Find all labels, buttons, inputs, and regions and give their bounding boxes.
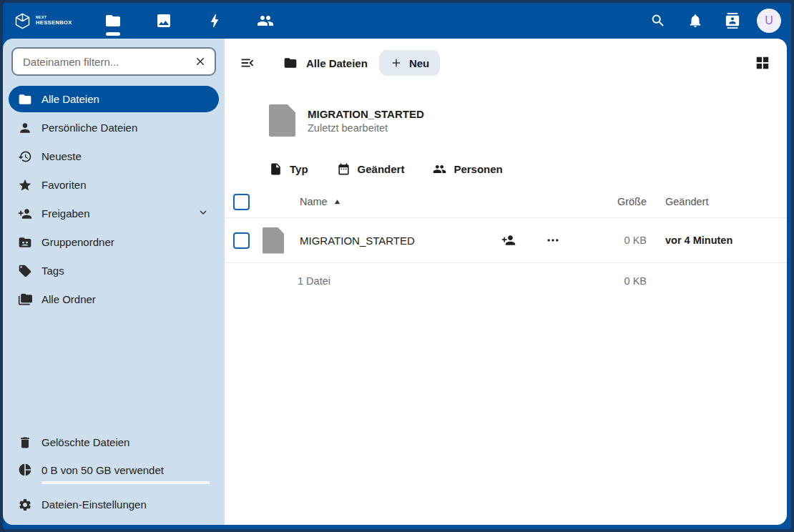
sidebar-item-neueste[interactable]: Neueste xyxy=(9,143,219,169)
search-icon xyxy=(650,13,666,29)
people-icon xyxy=(433,162,446,176)
breadcrumb[interactable]: Alle Dateien xyxy=(283,56,368,70)
sidebar-spacer xyxy=(9,312,219,429)
file-modified: vor 4 Minuten xyxy=(647,235,765,246)
active-app-indicator xyxy=(106,32,120,36)
modified-column-header[interactable]: Geändert xyxy=(647,196,765,207)
table-row[interactable]: MIGRATION_STARTED 0 KB vor 4 Minuten xyxy=(225,218,787,263)
name-column-header: Name xyxy=(300,196,328,207)
sidebar-item-label: Persönliche Dateien xyxy=(41,122,137,134)
sort-by-name-header[interactable]: Name xyxy=(300,196,341,207)
person-plus-icon xyxy=(501,233,516,247)
sidebar-item-persoenliche-dateien[interactable]: Persönliche Dateien xyxy=(9,114,219,141)
filter-chip-typ[interactable]: Typ xyxy=(269,162,308,176)
sidebar-item-alle-ordner[interactable]: Alle Ordner xyxy=(9,286,219,312)
notifications-button[interactable] xyxy=(682,8,708,34)
collapse-sidebar-button[interactable] xyxy=(233,49,262,77)
pie-chart-icon xyxy=(18,463,32,477)
select-all-checkbox[interactable] xyxy=(233,194,250,210)
recent-file-info: MIGRATION_STARTED Zuletzt bearbeitet xyxy=(308,108,424,134)
search-button[interactable] xyxy=(645,8,671,34)
logo-text: NEXT HESSENBOX xyxy=(36,16,72,25)
user-avatar[interactable]: U xyxy=(757,9,781,33)
sidebar-item-label: Alle Ordner xyxy=(41,293,96,305)
sidebar-item-favoriten[interactable]: Favoriten xyxy=(9,172,219,198)
share-button[interactable] xyxy=(498,230,519,251)
grid-view-toggle-button[interactable] xyxy=(748,49,777,77)
sidebar-item-label: Gruppenordner xyxy=(41,236,114,248)
file-count: 1 Datei xyxy=(233,275,330,287)
person-plus-icon xyxy=(18,207,32,221)
row-checkbox[interactable] xyxy=(233,232,250,249)
sidebar-item-label: Favoriten xyxy=(41,179,87,191)
file-table: Name Größe Geändert MIGRATION_STARTED xyxy=(225,186,787,299)
sidebar-item-dateien-einstellungen[interactable]: Dateien-Einstellungen xyxy=(9,491,219,518)
storage-quota[interactable]: 0 B von 50 GB verwendet xyxy=(9,458,219,489)
top-navbar: NEXT HESSENBOX xyxy=(3,3,791,39)
contacts-app-button[interactable] xyxy=(250,3,281,39)
sidebar-item-label: Freigaben xyxy=(41,207,90,220)
new-button-label: Neu xyxy=(409,57,429,69)
menu-open-icon xyxy=(240,55,255,71)
filter-chip-geaendert[interactable]: Geändert xyxy=(337,162,405,176)
files-app-button[interactable] xyxy=(97,3,129,39)
cube-logo-icon xyxy=(13,11,32,31)
photos-app-button[interactable] xyxy=(148,3,180,39)
sidebar-item-label: Tags xyxy=(41,265,64,277)
history-icon xyxy=(18,149,32,164)
row-actions xyxy=(498,230,564,251)
files-icon xyxy=(104,12,122,29)
file-icon xyxy=(269,104,295,137)
recent-file-name: MIGRATION_STARTED xyxy=(308,108,424,120)
sidebar-item-gruppenordner[interactable]: Gruppenordner xyxy=(9,229,219,255)
photos-icon xyxy=(155,12,172,29)
row-menu-button[interactable] xyxy=(542,230,564,251)
breadcrumb-label: Alle Dateien xyxy=(306,57,368,69)
sidebar-item-freigaben[interactable]: Freigaben xyxy=(9,200,219,227)
plus-icon xyxy=(390,56,403,69)
new-button[interactable]: Neu xyxy=(379,50,440,76)
filter-chip-label: Geändert xyxy=(358,163,405,175)
group-folder-icon xyxy=(18,235,32,250)
size-column-header[interactable]: Größe xyxy=(597,196,647,207)
clear-filter-button[interactable] xyxy=(190,51,210,72)
file-size: 0 KB xyxy=(597,235,647,246)
trash-icon xyxy=(18,435,32,450)
contacts-menu-button[interactable] xyxy=(720,8,745,34)
grid-view-icon xyxy=(755,55,770,71)
sort-ascending-icon xyxy=(333,198,341,206)
chevron-down-icon xyxy=(197,206,210,219)
main-header: Alle Dateien Neu xyxy=(225,39,787,80)
person-icon xyxy=(18,121,32,135)
sidebar-item-tags[interactable]: Tags xyxy=(9,257,219,284)
expand-freigaben-button[interactable] xyxy=(197,206,210,221)
recent-file-subtitle: Zuletzt bearbeitet xyxy=(308,122,424,134)
file-name[interactable]: MIGRATION_STARTED xyxy=(300,235,415,247)
topbar-right-actions: U xyxy=(645,8,791,34)
filename-filter-input[interactable] xyxy=(21,55,190,69)
hessenbox-logo[interactable]: NEXT HESSENBOX xyxy=(3,11,94,31)
table-header-row: Name Größe Geändert xyxy=(225,186,787,218)
files-main-panel: Alle Dateien Neu MIGRATION_STARTED Zulet… xyxy=(225,39,787,525)
sidebar-item-label: Alle Dateien xyxy=(41,93,99,105)
total-size: 0 KB xyxy=(597,275,647,287)
file-icon xyxy=(269,162,283,176)
sidebar-footer: Gelöschte Dateien 0 B von 50 GB verwende… xyxy=(9,429,219,518)
folder-icon xyxy=(283,56,298,70)
recent-file-card[interactable]: MIGRATION_STARTED Zuletzt bearbeitet xyxy=(269,104,787,137)
app-window: NEXT HESSENBOX xyxy=(3,3,791,529)
contacts-book-icon xyxy=(725,13,740,29)
close-icon xyxy=(194,55,207,68)
ellipsis-icon xyxy=(546,233,560,247)
filter-chip-personen[interactable]: Personen xyxy=(433,162,502,176)
sidebar-item-alle-dateien[interactable]: Alle Dateien xyxy=(9,86,219,112)
tag-icon xyxy=(18,264,32,278)
activity-app-button[interactable] xyxy=(199,3,230,39)
filter-chip-label: Personen xyxy=(454,163,502,175)
table-summary-row: 1 Datei 0 KB xyxy=(225,263,787,299)
file-icon xyxy=(263,227,284,254)
sidebar-item-label: Dateien-Einstellungen xyxy=(41,498,147,511)
star-icon xyxy=(18,178,32,192)
activity-lightning-icon xyxy=(206,12,223,29)
sidebar-item-geloeschte-dateien[interactable]: Gelöschte Dateien xyxy=(9,429,219,455)
